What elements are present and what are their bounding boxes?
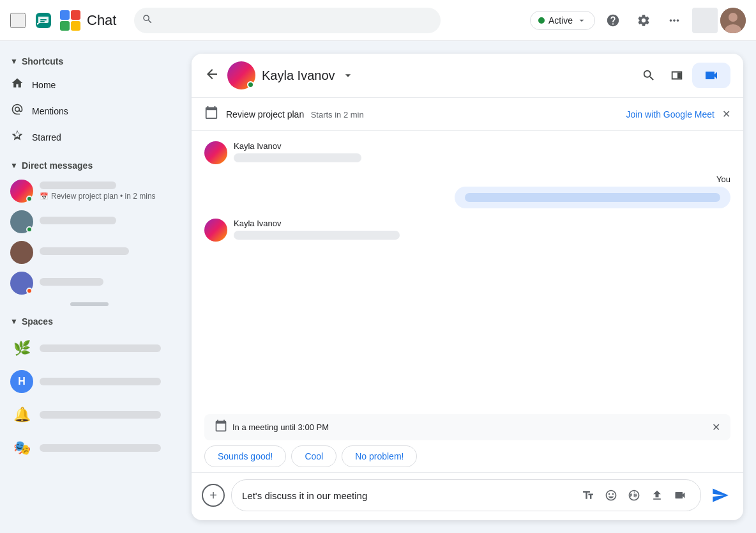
help-button[interactable] — [600, 8, 626, 33]
user-avatar[interactable] — [720, 8, 746, 33]
msg-sender-1: Kayla Ivanov — [234, 141, 730, 151]
meeting-notif-icon — [204, 105, 218, 123]
shortcuts-label: Shortcuts — [22, 56, 63, 66]
back-button[interactable] — [204, 66, 220, 85]
settings-button[interactable] — [631, 8, 656, 33]
space-item-4[interactable]: 🎭 — [0, 431, 171, 465]
sidebar-item-mentions[interactable]: Mentions — [0, 98, 171, 124]
app-title: Chat — [87, 12, 116, 29]
text-format-button[interactable] — [578, 485, 598, 506]
space-item-2[interactable]: H — [0, 365, 171, 398]
active-status-button[interactable]: Active — [530, 11, 595, 30]
dm-avatar-4 — [10, 272, 33, 295]
msg-sender-2: Kayla Ivanov — [234, 219, 730, 228]
topbar: Chat Active — [0, 0, 756, 41]
gif-button[interactable] — [624, 485, 644, 506]
space-text-2 — [40, 378, 161, 385]
dm-item-4[interactable] — [0, 268, 171, 298]
msg-bubble-2 — [234, 231, 400, 240]
add-button[interactable]: + — [202, 484, 225, 507]
quick-reply-no-problem[interactable]: No problem! — [342, 445, 417, 467]
svg-rect-1 — [40, 19, 47, 20]
logo: Chat — [33, 9, 116, 32]
kayla-avatar — [10, 180, 33, 203]
account-placeholder — [692, 8, 718, 33]
dm-item-kayla[interactable]: 📅 Review project plan • in 2 mins — [0, 176, 171, 206]
space-avatar-4: 🎭 — [10, 436, 33, 460]
menu-button[interactable] — [10, 13, 26, 28]
space-text-3 — [40, 411, 161, 419]
msg-avatar-2 — [204, 219, 227, 242]
status-dot-4 — [26, 288, 33, 294]
sidebar-item-starred[interactable]: Starred — [0, 124, 171, 150]
message-input[interactable] — [242, 490, 573, 501]
meeting-notif-text: Review project plan Starts in 2 min — [226, 109, 618, 120]
contact-name-chevron-icon — [342, 69, 354, 82]
dm-meeting-text: Review project plan • in 2 mins — [51, 192, 156, 201]
search-icon — [142, 13, 153, 27]
message-group-2: Kayla Ivanov — [204, 219, 730, 242]
dm-item-3[interactable] — [0, 237, 171, 268]
space-avatar-1: 🌿 — [10, 337, 33, 360]
chat-input-wrapper — [231, 479, 701, 511]
space-avatar-2: H — [10, 370, 33, 393]
active-label: Active — [548, 15, 573, 26]
dm-name-bar-4 — [40, 278, 103, 286]
starred-label: Starred — [32, 132, 61, 143]
chat-header: Kayla Ivanov — [192, 54, 743, 98]
mentions-label: Mentions — [32, 106, 68, 116]
meeting-status-bar: In a meeting until 3:00 PM ✕ — [204, 414, 730, 440]
sidebar: ▼ Shortcuts Home Mentions Starred ▼ — [0, 41, 179, 533]
shortcuts-section-header[interactable]: ▼ Shortcuts — [0, 51, 179, 72]
msg-avatar-1 — [204, 141, 227, 164]
video-call-button[interactable] — [692, 63, 730, 88]
emoji-button[interactable] — [601, 485, 621, 506]
dm-item-2[interactable] — [0, 206, 171, 237]
space-avatar-3: 🔔 — [10, 403, 33, 426]
dm-chevron-icon: ▼ — [10, 161, 18, 170]
dm-section-header[interactable]: ▼ Direct messages — [0, 155, 179, 176]
chat-messages: Kayla Ivanov You Kayla Ivanov — [192, 131, 743, 414]
sidebar-item-home[interactable]: Home — [0, 72, 171, 98]
mentions-icon — [10, 103, 24, 119]
user-avatar-area — [692, 8, 746, 33]
apps-button[interactable] — [662, 8, 687, 33]
space-text-4 — [40, 444, 161, 452]
send-button[interactable] — [707, 483, 733, 508]
msg-content-2: Kayla Ivanov — [234, 219, 730, 240]
chat-input-area: + — [192, 472, 743, 520]
quick-reply-cool[interactable]: Cool — [291, 445, 336, 467]
join-meet-button[interactable]: Join with Google Meet — [626, 109, 714, 120]
space-item-1[interactable]: 🌿 — [0, 332, 171, 365]
video-input-button[interactable] — [670, 485, 690, 506]
contact-avatar — [227, 61, 255, 89]
contact-info: Kayla Ivanov — [227, 61, 628, 89]
status-dot-2 — [26, 226, 33, 233]
meeting-status-close-button[interactable]: ✕ — [712, 421, 720, 433]
quick-reply-sounds-good[interactable]: Sounds good! — [204, 445, 286, 467]
space-text-1 — [40, 344, 161, 352]
message-group-self: You — [204, 174, 730, 208]
space-item-3[interactable]: 🔔 — [0, 398, 171, 431]
chevron-down-icon — [577, 15, 587, 26]
search-chat-button[interactable] — [636, 63, 662, 88]
side-panel-button[interactable] — [664, 63, 690, 88]
input-actions — [578, 485, 690, 506]
search-area — [134, 8, 441, 33]
spaces-label: Spaces — [22, 316, 53, 327]
spaces-chevron-icon: ▼ — [10, 317, 18, 326]
contact-status-dot — [247, 81, 254, 88]
svg-rect-2 — [40, 21, 45, 22]
spaces-section-header[interactable]: ▼ Spaces — [0, 311, 179, 332]
svg-rect-10 — [677, 72, 681, 78]
notification-close-button[interactable]: ✕ — [722, 108, 730, 120]
topbar-right: Active — [530, 8, 746, 33]
main-layout: ▼ Shortcuts Home Mentions Starred ▼ — [0, 41, 756, 533]
chat-logo-icon — [33, 10, 54, 31]
upload-button[interactable] — [647, 485, 667, 506]
dm-name-bar — [40, 182, 116, 189]
svg-rect-6 — [71, 21, 80, 31]
search-input[interactable] — [134, 8, 441, 33]
meeting-time: Starts in 2 min — [311, 110, 364, 120]
msg-self-bubble — [455, 187, 730, 208]
